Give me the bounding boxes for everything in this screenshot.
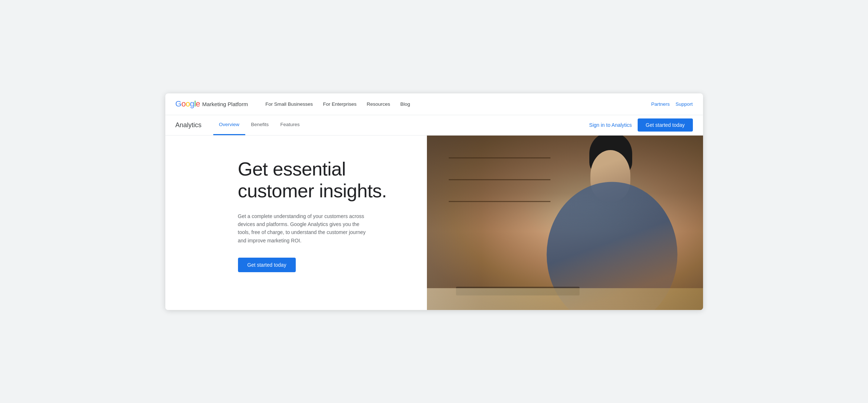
nav-support-link[interactable]: Support — [675, 101, 693, 107]
sign-in-analytics-link[interactable]: Sign in to Analytics — [589, 122, 632, 128]
tab-features[interactable]: Features — [275, 115, 306, 135]
bottom-strip — [427, 288, 703, 310]
sub-nav: Analytics Overview Benefits Features Sig… — [165, 115, 703, 136]
logo-area[interactable]: Google Marketing Platform — [175, 99, 248, 109]
sub-nav-right: Sign in to Analytics Get started today — [589, 118, 693, 132]
store-shelves — [449, 143, 550, 245]
tab-benefits[interactable]: Benefits — [245, 115, 275, 135]
hero-gradient-bg — [427, 136, 703, 310]
hero-image — [427, 136, 703, 310]
get-started-top-button[interactable]: Get started today — [638, 118, 693, 132]
tab-overview[interactable]: Overview — [213, 115, 245, 135]
nav-link-enterprises[interactable]: For Enterprises — [319, 98, 361, 110]
google-logo: Google — [175, 99, 200, 109]
get-started-hero-button[interactable]: Get started today — [238, 258, 296, 272]
nav-link-blog[interactable]: Blog — [396, 98, 415, 110]
hero-headline: Get essential customer insights. — [238, 158, 391, 202]
top-nav-links: For Small Businesses For Enterprises Res… — [261, 98, 651, 110]
shelf-3 — [449, 201, 550, 202]
nav-link-resources[interactable]: Resources — [362, 98, 395, 110]
nav-link-small-biz[interactable]: For Small Businesses — [261, 98, 317, 110]
shelf-2 — [449, 179, 550, 180]
shelf-1 — [449, 157, 550, 158]
top-nav: Google Marketing Platform For Small Busi… — [165, 93, 703, 115]
sub-nav-tabs: Overview Benefits Features — [213, 115, 589, 135]
top-nav-right: Partners Support — [651, 101, 693, 107]
brand-name: Marketing Platform — [202, 101, 248, 107]
hero-description: Get a complete understanding of your cus… — [238, 212, 369, 245]
analytics-brand: Analytics — [175, 121, 202, 129]
browser-window: Google Marketing Platform For Small Busi… — [165, 93, 703, 310]
hero-section: Get essential customer insights. Get a c… — [165, 136, 703, 310]
nav-partners-link[interactable]: Partners — [651, 101, 670, 107]
hero-content: Get essential customer insights. Get a c… — [165, 136, 391, 295]
